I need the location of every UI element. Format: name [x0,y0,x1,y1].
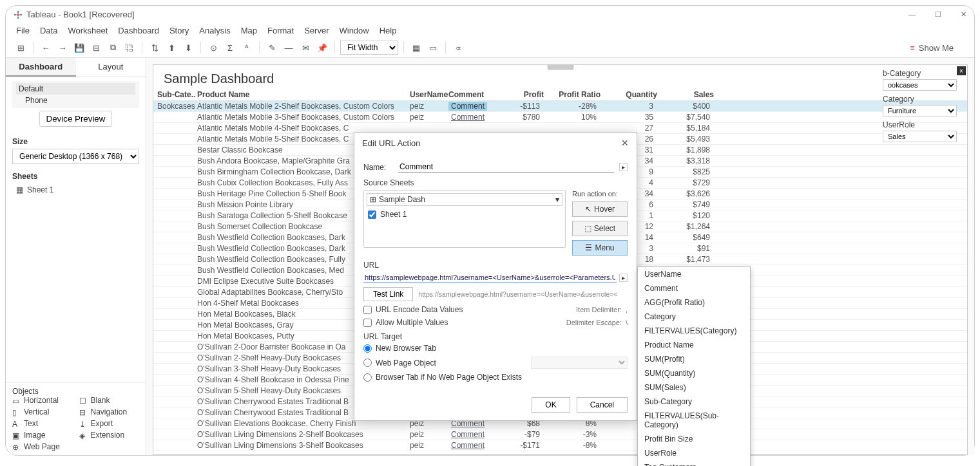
save-icon[interactable]: 💾 [72,41,86,55]
field-menu-item[interactable]: Sub-Category [638,395,750,409]
menu-dashboard[interactable]: Dashboard [118,26,159,35]
filter-subcat-dropdown[interactable]: ookcases [883,79,957,91]
field-menu-item[interactable]: AGG(Profit Ratio) [638,295,750,310]
field-menu-item[interactable]: SUM(Profit) [638,352,750,366]
menu-format[interactable]: Format [267,26,294,35]
name-arrow-icon[interactable]: ▸ [619,163,628,171]
cancel-button[interactable]: Cancel [577,397,628,413]
target-new-tab-radio[interactable]: New Browser Tab [363,344,628,353]
object-blank[interactable]: ☐Blank [79,396,140,405]
lines-icon[interactable]: — [282,41,296,55]
sheet-item[interactable]: ▦ Sheet 1 [12,183,139,196]
card-close-icon[interactable]: × [957,66,966,75]
column-header[interactable]: Quantity [600,90,657,99]
menu-story[interactable]: Story [169,26,189,35]
new-sheet-icon[interactable]: ⧉ [106,41,120,55]
run-hover-button[interactable]: ↖Hover [572,201,628,217]
object-image[interactable]: ▣Image [12,431,73,440]
action-name-input[interactable] [398,161,614,173]
menu-help[interactable]: Help [380,26,397,35]
table-row[interactable]: O'Sullivan Living Dimensions 2-Shelf Boo… [153,429,967,440]
column-header[interactable]: Profit [487,90,544,99]
field-menu-item[interactable]: Profit Bin Size [638,432,750,446]
tab-layout[interactable]: Layout [76,58,146,77]
field-menu-item[interactable]: Category [638,310,750,324]
ok-button[interactable]: OK [532,397,570,413]
grab-handle-icon[interactable] [548,64,573,70]
field-menu-item[interactable]: Top Customers [638,460,750,466]
field-menu-item[interactable]: FILTERVALUES(Category) [638,324,750,338]
table-row[interactable]: BookcasesAtlantic Metals Mobile 2-Shelf … [153,101,967,112]
maximize-icon[interactable]: ☐ [935,10,941,19]
column-header[interactable]: Comment [448,90,487,99]
totals-icon[interactable]: Σ [223,41,237,55]
comment-link[interactable]: Comment [448,430,487,439]
object-extension[interactable]: ◈Extension [79,431,140,440]
table-row[interactable]: Atlantic Metals Mobile 3-Shelf Bookcases… [153,112,967,123]
abc-icon[interactable]: ᴬ [240,41,254,55]
filter-category-dropdown[interactable]: Furniture [883,105,957,116]
minimize-icon[interactable]: — [908,10,916,19]
url-encode-checkbox[interactable] [363,306,372,314]
filter-userrole-dropdown[interactable]: Sales [883,131,957,142]
object-navigation[interactable]: ⊟Navigation [79,407,140,416]
object-vertical[interactable]: ▯Vertical [12,407,73,416]
target-webpage-radio[interactable]: Web Page Object [363,357,628,369]
comment-link[interactable] [448,124,487,133]
column-header[interactable]: Sub-Cate.. [157,90,197,99]
object-horizontal[interactable]: ▭Horizontal [12,396,73,405]
object-text[interactable]: AText [12,419,73,428]
column-header[interactable]: Profit Ratio [544,90,600,99]
test-link-button[interactable]: Test Link [363,287,413,301]
show-me-button[interactable]: ≡ Show Me [910,43,966,53]
back-icon[interactable]: ← [39,41,53,55]
field-menu-item[interactable]: FILTERVALUES(Sub-Category) [638,409,750,432]
new-data-icon[interactable]: ⊟ [89,41,103,55]
presentation-icon[interactable]: ▭ [426,41,440,55]
pin-icon[interactable]: 📌 [315,41,329,55]
column-header[interactable]: UserName [410,90,448,99]
url-input[interactable] [363,272,617,283]
menu-analysis[interactable]: Analysis [199,26,230,35]
table-row[interactable]: O'Sullivan Living Dimensions 3-Shelf Boo… [153,440,967,451]
swap-icon[interactable]: ⇅ [148,41,162,55]
field-menu-item[interactable]: SUM(Quantity) [638,366,750,380]
device-phone[interactable]: Phone [16,95,135,106]
run-menu-button[interactable]: ☰Menu [572,240,628,256]
forward-icon[interactable]: → [55,41,70,55]
field-menu-item[interactable]: UserRole [638,446,750,460]
menu-window[interactable]: Window [339,26,369,35]
menu-worksheet[interactable]: Worksheet [68,26,108,35]
tab-dashboard[interactable]: Dashboard [6,58,76,77]
size-dropdown[interactable]: Generic Desktop (1366 x 768) [12,149,139,164]
show-cards-icon[interactable]: ▦ [409,41,423,55]
fit-dropdown[interactable]: Fit Width [340,41,398,55]
menu-map[interactable]: Map [241,26,257,35]
url-field-arrow-icon[interactable]: ▸ [619,274,628,282]
logo-icon[interactable]: ⊞ [14,41,28,55]
field-menu-item[interactable]: Product Name [638,338,750,352]
comment-link[interactable]: Comment [448,441,487,450]
comment-link[interactable]: Comment [448,113,487,122]
highlight-icon[interactable]: ✎ [265,41,279,55]
run-select-button[interactable]: ⬚Select [572,221,628,236]
column-header[interactable]: Product Name [197,90,410,99]
duplicate-icon[interactable]: ⿻ [122,41,137,55]
dialog-close-icon[interactable]: ✕ [621,138,629,148]
field-menu-item[interactable]: Comment [638,281,750,295]
group-icon[interactable]: ⊙ [206,41,220,55]
column-header[interactable]: Sales [657,90,714,99]
allow-multiple-checkbox[interactable] [363,319,372,327]
device-preview-button[interactable]: Device Preview [39,111,113,127]
sort-desc-icon[interactable]: ⬇ [181,41,195,55]
source-workbook-dropdown[interactable]: ⊞ Sample Dash ▾ [367,193,562,206]
share-icon[interactable]: ∝ [451,41,465,55]
comment-link[interactable]: Comment [448,102,487,111]
tooltip-icon[interactable]: ✉ [298,41,312,55]
device-default[interactable]: Default [16,83,135,95]
field-menu-item[interactable]: UserName [638,267,750,281]
close-window-icon[interactable]: ✕ [961,10,966,19]
object-web-page[interactable]: ⊕Web Page [12,442,73,451]
menu-file[interactable]: File [16,26,30,35]
menu-server[interactable]: Server [304,26,329,35]
